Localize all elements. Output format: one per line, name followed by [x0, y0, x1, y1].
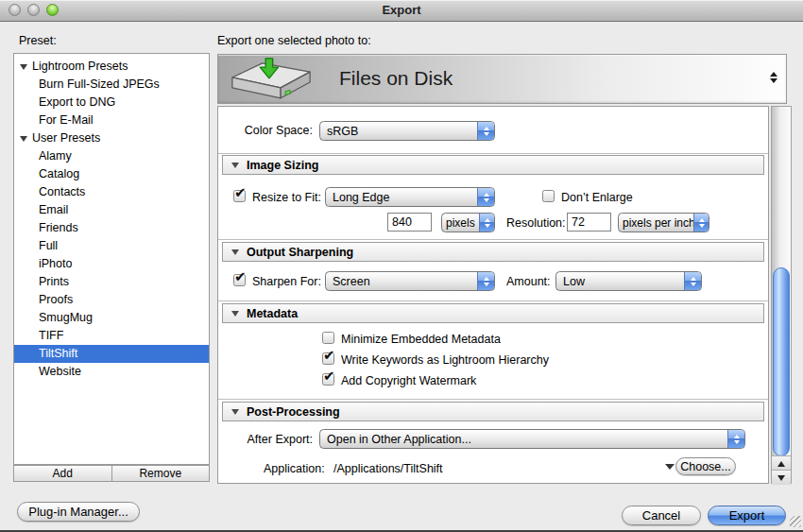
disclosure-triangle-icon[interactable]	[20, 136, 27, 142]
preset-label: Preset:	[19, 34, 57, 47]
arrow-down-icon	[777, 475, 785, 481]
window-title: Export	[0, 3, 803, 17]
section-title: Image Sizing	[247, 159, 318, 172]
scroll-down-button[interactable]	[772, 470, 791, 485]
scrollbar[interactable]	[771, 106, 792, 484]
after-export-popup[interactable]: Open in Other Application...	[319, 429, 745, 449]
size-input[interactable]	[387, 213, 432, 232]
sharpen-for-checkbox[interactable]	[233, 274, 246, 286]
preset-item-label: Full	[39, 237, 58, 255]
size-unit-popup[interactable]: pixels	[441, 213, 495, 232]
color-space-popup[interactable]: sRGB	[319, 121, 495, 141]
preset-item[interactable]: Proofs	[14, 291, 209, 309]
copyright-watermark-checkbox[interactable]	[322, 373, 334, 386]
application-label: Application:	[264, 462, 325, 475]
preset-item[interactable]: Alamy	[14, 147, 209, 165]
preset-item[interactable]: Full	[14, 237, 209, 255]
popup-stepper-icon	[477, 188, 494, 206]
amount-label: Amount:	[506, 275, 551, 288]
section-header-post-processing[interactable]: Post-Processing	[222, 402, 764, 421]
export-to-label: Export one selected photo to:	[217, 34, 371, 47]
minimize-metadata-label: Minimize Embedded Metadata	[341, 333, 501, 346]
color-space-label: Color Space:	[218, 124, 313, 137]
preset-item[interactable]: Burn Full-Sized JPEGs	[14, 76, 209, 94]
application-path: /Applications/TiltShift	[333, 462, 443, 475]
resolution-input[interactable]	[567, 213, 611, 232]
cancel-button[interactable]: Cancel	[622, 506, 701, 525]
preset-item-label: Catalog	[39, 165, 79, 183]
preset-item[interactable]: TiltShift	[14, 345, 209, 363]
section-title: Metadata	[247, 307, 298, 320]
preset-item[interactable]: User Presets	[14, 129, 209, 147]
plugin-manager-button[interactable]: Plug-in Manager...	[17, 502, 140, 522]
preset-item[interactable]: SmugMug	[14, 309, 209, 327]
preset-item-label: For E-Mail	[39, 112, 94, 129]
popup-stepper-icon	[477, 272, 494, 290]
cancel-button-label: Cancel	[642, 508, 680, 523]
choose-button-label: Choose...	[680, 460, 731, 473]
popup-stepper-icon	[770, 72, 777, 83]
section-header-image-sizing[interactable]: Image Sizing	[222, 155, 764, 175]
preset-item-label: Proofs	[39, 291, 73, 309]
sharpen-for-label: Sharpen For:	[252, 275, 321, 288]
dont-enlarge-checkbox[interactable]	[542, 190, 555, 202]
preset-item[interactable]: For E-Mail	[14, 112, 209, 129]
scroll-up-button[interactable]	[772, 455, 791, 471]
resolution-label: Resolution:	[506, 216, 566, 230]
minimize-metadata-checkbox[interactable]	[322, 332, 334, 344]
resize-to-fit-checkbox[interactable]	[233, 190, 246, 202]
preset-item[interactable]: Email	[14, 201, 209, 219]
preset-item[interactable]: Catalog	[14, 165, 209, 183]
disk-green-arrow-icon	[224, 58, 318, 102]
export-button[interactable]: Export	[708, 506, 786, 525]
application-menu-triangle-icon[interactable]	[665, 464, 675, 470]
after-export-label: After Export:	[218, 433, 313, 446]
popup-stepper-icon	[693, 214, 709, 232]
choose-button[interactable]: Choose...	[675, 457, 736, 475]
resolution-unit-popup[interactable]: pixels per inch	[618, 213, 709, 232]
preset-item-label: TIFF	[39, 327, 63, 345]
export-button-label: Export	[729, 508, 765, 523]
arrow-up-icon	[777, 461, 785, 467]
preset-item[interactable]: Export to DNG	[14, 94, 209, 112]
destination-popup[interactable]: Files on Disk	[217, 54, 787, 104]
preset-item[interactable]: TIFF	[14, 327, 209, 345]
preset-item[interactable]: Lightroom Presets	[14, 58, 209, 76]
section-header-metadata[interactable]: Metadata	[222, 303, 764, 323]
preset-item[interactable]: Friends	[14, 219, 209, 237]
preset-item[interactable]: Contacts	[14, 183, 209, 201]
resize-grip[interactable]	[790, 516, 801, 527]
scrollbar-thumb[interactable]	[773, 267, 790, 456]
section-divider	[218, 399, 768, 400]
amount-popup[interactable]: Low	[555, 271, 702, 291]
section-header-output-sharpening[interactable]: Output Sharpening	[222, 242, 764, 262]
plugin-manager-label: Plug-in Manager...	[28, 505, 128, 519]
preset-list-footer: Add Remove	[13, 465, 210, 482]
settings-panel: Color Space: sRGB Image Sizing Resize to…	[217, 106, 769, 484]
preset-item-label: Burn Full-Sized JPEGs	[39, 76, 160, 94]
disclosure-triangle-icon[interactable]	[231, 163, 239, 168]
resize-mode-popup[interactable]: Long Edge	[325, 187, 495, 207]
popup-value: pixels	[442, 216, 479, 230]
section-divider	[218, 153, 768, 154]
write-keywords-checkbox[interactable]	[322, 352, 334, 365]
preset-item[interactable]: Prints	[14, 273, 209, 291]
titlebar: Export	[0, 0, 803, 22]
preset-item-label: SmugMug	[39, 309, 93, 327]
remove-button[interactable]: Remove	[112, 466, 210, 481]
add-button[interactable]: Add	[14, 466, 112, 481]
disclosure-triangle-icon[interactable]	[231, 249, 239, 255]
preset-item[interactable]: iPhoto	[14, 255, 209, 273]
disclosure-triangle-icon[interactable]	[20, 64, 27, 70]
popup-stepper-icon	[477, 122, 494, 140]
preset-item[interactable]: Website	[14, 363, 209, 381]
preset-item-label: Email	[39, 201, 68, 219]
disclosure-triangle-icon[interactable]	[231, 409, 239, 415]
sharpen-target-popup[interactable]: Screen	[325, 271, 495, 291]
section-divider	[218, 239, 768, 240]
disclosure-triangle-icon[interactable]	[231, 311, 239, 317]
preset-list: Lightroom PresetsBurn Full-Sized JPEGsEx…	[13, 53, 210, 465]
export-dialog: Export Preset: Lightroom PresetsBurn Ful…	[0, 0, 803, 532]
section-title: Output Sharpening	[247, 246, 353, 259]
destination-value: Files on Disk	[339, 67, 453, 90]
